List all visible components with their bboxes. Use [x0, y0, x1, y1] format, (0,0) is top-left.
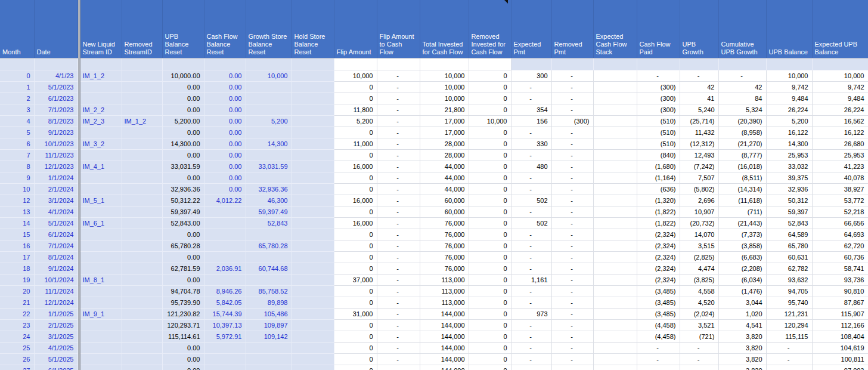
sheet-cell[interactable]: 4,520 [680, 297, 718, 308]
sheet-cell[interactable]: 26,224 [812, 104, 868, 115]
sheet-cell[interactable]: 0.00 [162, 149, 204, 161]
sheet-cell[interactable]: 16,000 [334, 161, 377, 172]
sheet-cell[interactable]: 0 [469, 331, 511, 342]
sheet-cell[interactable]: 0 [334, 342, 377, 353]
sheet-cell[interactable]: - [551, 263, 593, 274]
sheet-cell[interactable]: - [551, 319, 593, 331]
sheet-cell[interactable]: 10,000 [420, 92, 469, 104]
sheet-cell[interactable]: 10,000 [420, 70, 469, 81]
sheet-cell[interactable]: 0.00 [204, 92, 246, 104]
sheet-cell[interactable]: 10,000 [812, 70, 868, 81]
sheet-cell[interactable] [292, 263, 334, 274]
sheet-cell[interactable]: 14,300 [246, 138, 292, 149]
sheet-cell[interactable]: (8,511) [718, 172, 766, 183]
sheet-cell[interactable]: 7 [0, 149, 34, 161]
sheet-cell[interactable]: 5/1/2025 [34, 353, 78, 365]
sheet-cell[interactable]: 28,000 [420, 138, 469, 149]
sheet-cell[interactable] [637, 58, 680, 70]
sheet-cell[interactable]: 26,680 [812, 138, 868, 149]
sheet-cell[interactable] [292, 92, 334, 104]
sheet-cell[interactable]: 0 [0, 70, 34, 81]
sheet-cell[interactable]: 4/1/23 [34, 70, 78, 81]
sheet-cell[interactable]: - [551, 149, 593, 161]
sheet-cell[interactable] [593, 161, 637, 172]
sheet-cell[interactable]: - [511, 297, 551, 308]
column-header-upb-growth[interactable]: UPB Growth [680, 0, 718, 58]
sheet-cell[interactable]: 9,742 [766, 81, 812, 92]
sheet-cell[interactable] [551, 58, 593, 70]
sheet-cell[interactable] [593, 229, 637, 240]
sheet-cell[interactable]: (300) [637, 92, 680, 104]
sheet-cell[interactable]: 0.00 [162, 127, 204, 138]
sheet-cell[interactable]: 26,224 [766, 104, 812, 115]
comment-marker-icon[interactable] [504, 0, 508, 4]
sheet-cell[interactable] [122, 58, 162, 70]
sheet-cell[interactable] [292, 217, 334, 229]
sheet-cell[interactable]: 65,780 [766, 240, 812, 251]
sheet-cell[interactable] [80, 285, 122, 297]
sheet-cell[interactable]: 32,936.36 [162, 183, 204, 195]
sheet-cell[interactable]: 0 [469, 274, 511, 285]
sheet-cell[interactable] [122, 251, 162, 263]
sheet-cell[interactable]: 10,907 [680, 206, 718, 217]
sheet-cell[interactable]: 58,741 [812, 263, 868, 274]
sheet-cell[interactable]: - [377, 331, 420, 342]
sheet-cell[interactable]: (7,373) [718, 229, 766, 240]
sheet-cell[interactable]: (20,390) [718, 115, 766, 127]
sheet-cell[interactable]: (2,324) [637, 251, 680, 263]
sheet-cell[interactable]: 5,324 [718, 104, 766, 115]
sheet-cell[interactable]: 64,693 [812, 229, 868, 240]
sheet-cell[interactable]: 44,000 [420, 161, 469, 172]
sheet-cell[interactable]: 10,000 [334, 70, 377, 81]
sheet-cell[interactable]: - [551, 206, 593, 217]
sheet-cell[interactable] [122, 274, 162, 285]
sheet-cell[interactable]: - [551, 229, 593, 240]
sheet-cell[interactable] [292, 240, 334, 251]
column-header-cumulative-upb-growth[interactable]: Cumulative UPB Growth [718, 0, 766, 58]
sheet-cell[interactable]: - [511, 342, 551, 353]
sheet-cell[interactable]: 0 [334, 251, 377, 263]
sheet-cell[interactable]: - [377, 319, 420, 331]
sheet-cell[interactable]: 9 [0, 172, 34, 183]
sheet-cell[interactable]: 17,000 [420, 115, 469, 127]
sheet-cell[interactable] [80, 263, 122, 274]
sheet-cell[interactable]: 144,000 [420, 342, 469, 353]
sheet-cell[interactable]: 112,166 [812, 319, 868, 331]
sheet-cell[interactable]: 0.00 [162, 92, 204, 104]
sheet-cell[interactable]: 0.00 [204, 127, 246, 138]
sheet-cell[interactable]: (2,324) [637, 229, 680, 240]
column-header-growth-store-balance-reset[interactable]: Growth Store Balance Reset [246, 0, 292, 58]
sheet-cell[interactable]: 0 [334, 149, 377, 161]
sheet-cell[interactable] [122, 297, 162, 308]
sheet-cell[interactable]: 0 [469, 183, 511, 195]
sheet-cell[interactable]: 104,619 [812, 342, 868, 353]
sheet-cell[interactable] [420, 58, 469, 70]
sheet-cell[interactable] [812, 58, 868, 70]
sheet-cell[interactable]: - [377, 104, 420, 115]
sheet-cell[interactable]: (300) [637, 81, 680, 92]
sheet-cell[interactable] [122, 331, 162, 342]
sheet-cell[interactable]: 0 [469, 206, 511, 217]
sheet-cell[interactable] [80, 353, 122, 365]
sheet-cell[interactable]: 85,758.52 [246, 285, 292, 297]
sheet-cell[interactable]: - [511, 319, 551, 331]
sheet-cell[interactable]: (21,270) [718, 138, 766, 149]
sheet-cell[interactable]: 5/1/2024 [34, 217, 78, 229]
sheet-cell[interactable]: (2,825) [680, 251, 718, 263]
sheet-cell[interactable] [122, 353, 162, 365]
sheet-cell[interactable]: 25 [0, 342, 34, 353]
sheet-cell[interactable]: 9/1/2024 [34, 263, 78, 274]
sheet-cell[interactable]: 4,474 [680, 263, 718, 274]
sheet-cell[interactable] [292, 308, 334, 319]
sheet-cell[interactable] [122, 319, 162, 331]
sheet-cell[interactable] [122, 81, 162, 92]
sheet-cell[interactable] [593, 308, 637, 319]
sheet-cell[interactable]: (1,476) [718, 285, 766, 297]
sheet-cell[interactable]: 6/1/2025 [34, 365, 78, 370]
sheet-cell[interactable]: 1/1/2025 [34, 308, 78, 319]
sheet-cell[interactable]: 3,044 [718, 297, 766, 308]
sheet-cell[interactable]: 7,507 [680, 172, 718, 183]
sheet-cell[interactable] [593, 58, 637, 70]
sheet-cell[interactable]: 26 [0, 353, 34, 365]
sheet-cell[interactable]: - [377, 297, 420, 308]
